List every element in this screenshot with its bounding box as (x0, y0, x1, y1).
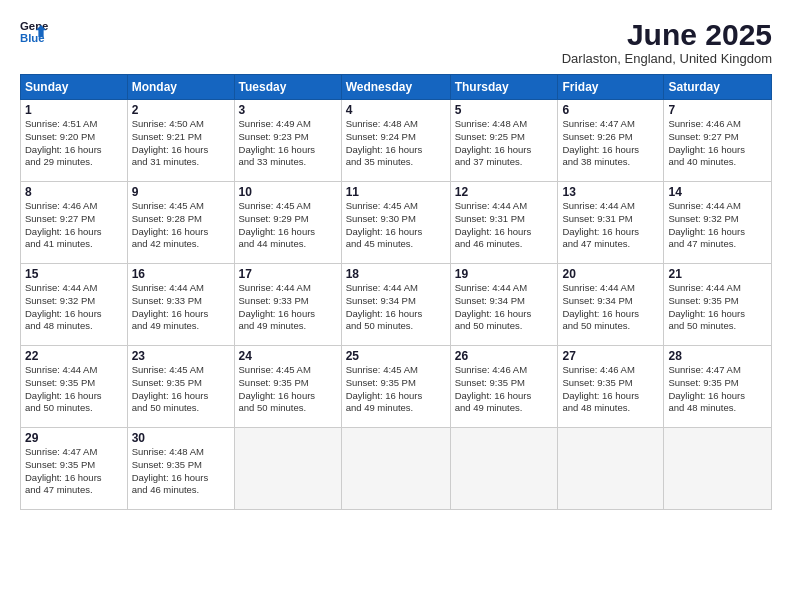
svg-text:General: General (20, 20, 48, 32)
day-info: Sunrise: 4:44 AM Sunset: 9:32 PM Dayligh… (668, 200, 767, 251)
day-info: Sunrise: 4:48 AM Sunset: 9:25 PM Dayligh… (455, 118, 554, 169)
day-number: 15 (25, 267, 123, 281)
calendar-cell: 3Sunrise: 4:49 AM Sunset: 9:23 PM Daylig… (234, 100, 341, 182)
day-number: 7 (668, 103, 767, 117)
day-number: 9 (132, 185, 230, 199)
week-row-1: 1Sunrise: 4:51 AM Sunset: 9:20 PM Daylig… (21, 100, 772, 182)
day-info: Sunrise: 4:44 AM Sunset: 9:33 PM Dayligh… (132, 282, 230, 333)
day-number: 26 (455, 349, 554, 363)
day-number: 4 (346, 103, 446, 117)
col-tuesday: Tuesday (234, 75, 341, 100)
calendar-cell: 22Sunrise: 4:44 AM Sunset: 9:35 PM Dayli… (21, 346, 128, 428)
col-wednesday: Wednesday (341, 75, 450, 100)
calendar-cell: 24Sunrise: 4:45 AM Sunset: 9:35 PM Dayli… (234, 346, 341, 428)
day-number: 13 (562, 185, 659, 199)
day-info: Sunrise: 4:44 AM Sunset: 9:34 PM Dayligh… (346, 282, 446, 333)
calendar-cell (341, 428, 450, 510)
day-info: Sunrise: 4:48 AM Sunset: 9:35 PM Dayligh… (132, 446, 230, 497)
day-number: 25 (346, 349, 446, 363)
day-info: Sunrise: 4:45 AM Sunset: 9:35 PM Dayligh… (132, 364, 230, 415)
calendar-cell: 18Sunrise: 4:44 AM Sunset: 9:34 PM Dayli… (341, 264, 450, 346)
calendar-cell (558, 428, 664, 510)
day-info: Sunrise: 4:45 AM Sunset: 9:29 PM Dayligh… (239, 200, 337, 251)
day-info: Sunrise: 4:46 AM Sunset: 9:35 PM Dayligh… (455, 364, 554, 415)
calendar-cell: 26Sunrise: 4:46 AM Sunset: 9:35 PM Dayli… (450, 346, 558, 428)
day-info: Sunrise: 4:44 AM Sunset: 9:33 PM Dayligh… (239, 282, 337, 333)
day-number: 23 (132, 349, 230, 363)
day-number: 29 (25, 431, 123, 445)
col-friday: Friday (558, 75, 664, 100)
day-info: Sunrise: 4:44 AM Sunset: 9:34 PM Dayligh… (455, 282, 554, 333)
week-row-2: 8Sunrise: 4:46 AM Sunset: 9:27 PM Daylig… (21, 182, 772, 264)
day-number: 1 (25, 103, 123, 117)
day-info: Sunrise: 4:44 AM Sunset: 9:32 PM Dayligh… (25, 282, 123, 333)
week-row-3: 15Sunrise: 4:44 AM Sunset: 9:32 PM Dayli… (21, 264, 772, 346)
day-number: 19 (455, 267, 554, 281)
day-info: Sunrise: 4:44 AM Sunset: 9:31 PM Dayligh… (455, 200, 554, 251)
calendar-cell: 21Sunrise: 4:44 AM Sunset: 9:35 PM Dayli… (664, 264, 772, 346)
day-info: Sunrise: 4:50 AM Sunset: 9:21 PM Dayligh… (132, 118, 230, 169)
col-monday: Monday (127, 75, 234, 100)
calendar-cell: 13Sunrise: 4:44 AM Sunset: 9:31 PM Dayli… (558, 182, 664, 264)
day-number: 14 (668, 185, 767, 199)
calendar-cell: 4Sunrise: 4:48 AM Sunset: 9:24 PM Daylig… (341, 100, 450, 182)
calendar-cell (450, 428, 558, 510)
day-info: Sunrise: 4:46 AM Sunset: 9:35 PM Dayligh… (562, 364, 659, 415)
calendar-cell: 27Sunrise: 4:46 AM Sunset: 9:35 PM Dayli… (558, 346, 664, 428)
col-saturday: Saturday (664, 75, 772, 100)
month-title: June 2025 (562, 18, 772, 51)
day-number: 30 (132, 431, 230, 445)
day-info: Sunrise: 4:46 AM Sunset: 9:27 PM Dayligh… (668, 118, 767, 169)
day-number: 27 (562, 349, 659, 363)
calendar-cell: 9Sunrise: 4:45 AM Sunset: 9:28 PM Daylig… (127, 182, 234, 264)
col-thursday: Thursday (450, 75, 558, 100)
col-sunday: Sunday (21, 75, 128, 100)
day-number: 12 (455, 185, 554, 199)
calendar-cell: 16Sunrise: 4:44 AM Sunset: 9:33 PM Dayli… (127, 264, 234, 346)
calendar-cell: 17Sunrise: 4:44 AM Sunset: 9:33 PM Dayli… (234, 264, 341, 346)
week-row-4: 22Sunrise: 4:44 AM Sunset: 9:35 PM Dayli… (21, 346, 772, 428)
day-info: Sunrise: 4:47 AM Sunset: 9:35 PM Dayligh… (668, 364, 767, 415)
calendar-cell: 1Sunrise: 4:51 AM Sunset: 9:20 PM Daylig… (21, 100, 128, 182)
calendar-cell: 28Sunrise: 4:47 AM Sunset: 9:35 PM Dayli… (664, 346, 772, 428)
day-info: Sunrise: 4:45 AM Sunset: 9:30 PM Dayligh… (346, 200, 446, 251)
day-number: 24 (239, 349, 337, 363)
day-info: Sunrise: 4:46 AM Sunset: 9:27 PM Dayligh… (25, 200, 123, 251)
day-number: 21 (668, 267, 767, 281)
calendar-cell: 12Sunrise: 4:44 AM Sunset: 9:31 PM Dayli… (450, 182, 558, 264)
location: Darlaston, England, United Kingdom (562, 51, 772, 66)
day-number: 16 (132, 267, 230, 281)
day-number: 8 (25, 185, 123, 199)
day-info: Sunrise: 4:51 AM Sunset: 9:20 PM Dayligh… (25, 118, 123, 169)
day-number: 28 (668, 349, 767, 363)
calendar-cell: 23Sunrise: 4:45 AM Sunset: 9:35 PM Dayli… (127, 346, 234, 428)
calendar-cell: 8Sunrise: 4:46 AM Sunset: 9:27 PM Daylig… (21, 182, 128, 264)
logo-icon: General Blue (20, 18, 48, 46)
day-number: 3 (239, 103, 337, 117)
day-number: 17 (239, 267, 337, 281)
calendar-cell: 6Sunrise: 4:47 AM Sunset: 9:26 PM Daylig… (558, 100, 664, 182)
calendar-table: Sunday Monday Tuesday Wednesday Thursday… (20, 74, 772, 510)
calendar-cell (234, 428, 341, 510)
calendar-cell: 14Sunrise: 4:44 AM Sunset: 9:32 PM Dayli… (664, 182, 772, 264)
calendar-header-row: Sunday Monday Tuesday Wednesday Thursday… (21, 75, 772, 100)
day-info: Sunrise: 4:44 AM Sunset: 9:34 PM Dayligh… (562, 282, 659, 333)
day-number: 22 (25, 349, 123, 363)
day-info: Sunrise: 4:45 AM Sunset: 9:35 PM Dayligh… (239, 364, 337, 415)
title-block: June 2025 Darlaston, England, United Kin… (562, 18, 772, 66)
day-info: Sunrise: 4:44 AM Sunset: 9:35 PM Dayligh… (668, 282, 767, 333)
day-number: 6 (562, 103, 659, 117)
day-number: 5 (455, 103, 554, 117)
week-row-5: 29Sunrise: 4:47 AM Sunset: 9:35 PM Dayli… (21, 428, 772, 510)
calendar-cell: 20Sunrise: 4:44 AM Sunset: 9:34 PM Dayli… (558, 264, 664, 346)
day-number: 20 (562, 267, 659, 281)
calendar-cell: 10Sunrise: 4:45 AM Sunset: 9:29 PM Dayli… (234, 182, 341, 264)
calendar-cell: 5Sunrise: 4:48 AM Sunset: 9:25 PM Daylig… (450, 100, 558, 182)
day-number: 10 (239, 185, 337, 199)
day-number: 2 (132, 103, 230, 117)
calendar-cell: 15Sunrise: 4:44 AM Sunset: 9:32 PM Dayli… (21, 264, 128, 346)
day-info: Sunrise: 4:45 AM Sunset: 9:28 PM Dayligh… (132, 200, 230, 251)
day-info: Sunrise: 4:47 AM Sunset: 9:26 PM Dayligh… (562, 118, 659, 169)
calendar-cell: 11Sunrise: 4:45 AM Sunset: 9:30 PM Dayli… (341, 182, 450, 264)
calendar-cell: 7Sunrise: 4:46 AM Sunset: 9:27 PM Daylig… (664, 100, 772, 182)
